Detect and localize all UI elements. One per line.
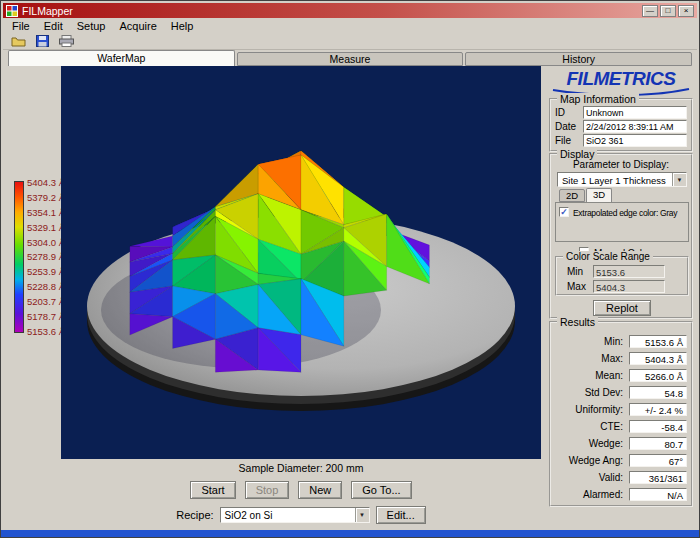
edge-color-label: Extrapolated edge color: Gray — [573, 208, 677, 218]
filmetrics-logo: FILMETRICS — [547, 68, 695, 96]
colorbar-label: 5278.9 Å — [27, 251, 65, 262]
printer-icon — [59, 35, 74, 47]
map-file-row: File SiO2 361 — [555, 134, 687, 147]
wafer-3d-svg — [61, 66, 541, 459]
new-button[interactable]: New — [298, 481, 342, 499]
result-value: 67° — [629, 454, 687, 467]
tab-history[interactable]: History — [465, 52, 692, 66]
colorbar-label: 5228.8 Å — [27, 281, 65, 292]
chevron-down-icon[interactable]: ▼ — [672, 173, 686, 186]
menu-bar: File Edit Setup Acquire Help — [3, 18, 697, 33]
result-label: Min: — [555, 336, 623, 347]
result-row-alarmed: Alarmed:N/A — [555, 488, 687, 501]
open-folder-icon — [11, 35, 26, 47]
result-row-stddev: Std Dev:54.8 — [555, 386, 687, 399]
edge-color-checkbox[interactable]: ✓ — [559, 207, 569, 217]
tab-2d[interactable]: 2D — [559, 189, 585, 202]
colorbar-label: 5329.1 Å — [27, 222, 65, 233]
map-date-label: Date — [555, 121, 576, 132]
colorbar-labels: 5404.3 Å 5379.2 Å 5354.1 Å 5329.1 Å 5304… — [27, 177, 65, 337]
result-value: +/- 2.4 % — [629, 403, 687, 416]
min-label: Min — [567, 266, 583, 277]
sidebar: FILMETRICS Map Information ID Unknown Da… — [547, 66, 695, 532]
result-value: 5153.6 Å — [629, 335, 687, 348]
colorbar-label: 5253.9 Å — [27, 266, 65, 277]
parameter-label: Parameter to Display: — [551, 159, 691, 170]
map-id-row: ID Unknown — [555, 106, 687, 119]
recipe-dropdown[interactable]: SiO2 on Si ▼ — [220, 507, 370, 523]
result-label: Wedge Ang: — [555, 455, 623, 466]
maximize-button[interactable]: □ — [660, 5, 676, 17]
colorbar-label: 5178.7 Å — [27, 311, 65, 322]
app-icon — [6, 5, 18, 17]
view-options-panel: ✓ Extrapolated edge color: Gray — [555, 202, 689, 242]
result-value: 5266.0 Å — [629, 369, 687, 382]
result-label: Mean: — [555, 370, 623, 381]
menu-edit[interactable]: Edit — [37, 19, 70, 33]
minimize-button[interactable]: — — [642, 5, 658, 17]
result-label: Uniformity: — [555, 404, 623, 415]
colorbar-label: 5404.3 Å — [27, 177, 65, 188]
result-value: 361/361 — [629, 471, 687, 484]
title-bar[interactable]: FILMapper — □ × — [3, 3, 697, 18]
edit-recipe-button[interactable]: Edit... — [376, 506, 426, 524]
tab-3d[interactable]: 3D — [586, 188, 612, 202]
result-label: Std Dev: — [555, 387, 623, 398]
map-id-label: ID — [555, 107, 565, 118]
colorbar-strip — [14, 181, 24, 333]
save-button[interactable] — [32, 34, 52, 49]
toolbar — [3, 33, 697, 50]
parameter-value: Site 1 Layer 1 Thickness — [562, 175, 666, 186]
open-button[interactable] — [8, 34, 28, 49]
taskbar-strip — [1, 530, 699, 537]
result-label: Max: — [555, 353, 623, 364]
recipe-value: SiO2 on Si — [225, 510, 273, 521]
result-row-valid: Valid:361/361 — [555, 471, 687, 484]
result-label: CTE: — [555, 421, 623, 432]
menu-file[interactable]: File — [5, 19, 37, 33]
menu-setup[interactable]: Setup — [70, 19, 113, 33]
goto-button[interactable]: Go To... — [351, 481, 411, 499]
colorbar-label: 5153.6 Å — [27, 326, 65, 337]
map-file-field: SiO2 361 — [583, 134, 687, 147]
result-value: N/A — [629, 488, 687, 501]
result-label: Alarmed: — [555, 489, 623, 500]
sample-diameter-caption: Sample Diameter: 200 mm — [61, 462, 541, 474]
result-row-wedge-ang: Wedge Ang:67° — [555, 454, 687, 467]
result-label: Wedge: — [555, 438, 623, 449]
result-label: Valid: — [555, 472, 623, 483]
window-title: FILMapper — [22, 5, 73, 17]
map-id-field: Unknown — [583, 106, 687, 119]
map-information-legend: Map Information — [557, 93, 639, 105]
result-value: -58.4 — [629, 420, 687, 433]
stop-button[interactable]: Stop — [245, 481, 290, 499]
map-file-label: File — [555, 135, 571, 146]
result-row-wedge: Wedge:80.7 — [555, 437, 687, 450]
colorbar-label: 5304.0 Å — [27, 237, 65, 248]
chevron-down-icon[interactable]: ▼ — [355, 508, 369, 522]
map-date-row: Date 2/24/2012 8:39:11 AM — [555, 120, 687, 133]
replot-button[interactable]: Replot — [593, 300, 651, 316]
transport-buttons: Start Stop New Go To... — [61, 481, 541, 499]
result-value: 80.7 — [629, 437, 687, 450]
close-button[interactable]: × — [678, 5, 694, 17]
max-label: Max — [567, 281, 586, 292]
max-field[interactable]: 5404.3 — [593, 280, 665, 293]
menu-acquire[interactable]: Acquire — [112, 19, 163, 33]
result-value: 5404.3 Å — [629, 352, 687, 365]
tab-measure[interactable]: Measure — [237, 52, 464, 66]
result-row-uniformity: Uniformity:+/- 2.4 % — [555, 403, 687, 416]
brand-text: FILMETRICS — [567, 68, 676, 89]
result-row-min: Min:5153.6 Å — [555, 335, 687, 348]
color-scale-range-group: Color Scale Range Min 5153.6 Max 5404.3 — [555, 256, 689, 296]
parameter-dropdown[interactable]: Site 1 Layer 1 Thickness ▼ — [557, 172, 687, 187]
map-information-group: Map Information ID Unknown Date 2/24/201… — [549, 98, 693, 152]
min-field[interactable]: 5153.6 — [593, 265, 665, 278]
start-button[interactable]: Start — [190, 481, 235, 499]
recipe-row: Recipe: SiO2 on Si ▼ Edit... — [61, 506, 541, 524]
print-button[interactable] — [56, 34, 76, 49]
display-group: Display Parameter to Display: Site 1 Lay… — [549, 153, 693, 319]
menu-help[interactable]: Help — [164, 19, 201, 33]
tab-wafermap[interactable]: WaferMap — [8, 50, 235, 66]
wafer-3d-plot[interactable] — [61, 66, 541, 459]
